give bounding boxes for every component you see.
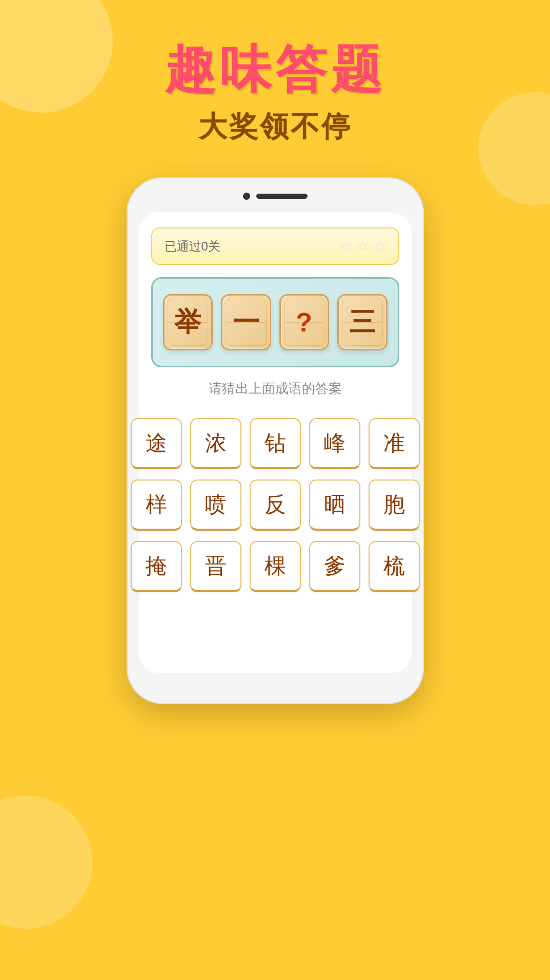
answer-grid: 途 浓 钻 峰 准 样 喷 反 晒 胞 掩 晋 棵 爹 [151,418,399,592]
answer-tile-2-2[interactable]: 棵 [250,541,301,592]
answer-tile-2-1[interactable]: 晋 [190,541,241,592]
progress-text: 已通过0关 [165,238,220,255]
puzzle-tile-0: 举 [163,294,213,350]
phone-content: 已通过0关 ☆ ☆ ☆ 举 一 ? 三 请猜出上面成语的答案 途 [139,212,412,673]
answer-tile-0-1[interactable]: 浓 [190,418,241,469]
star-3: ☆ [373,238,386,255]
answer-tile-0-0[interactable]: 途 [131,418,182,469]
stars-container: ☆ ☆ ☆ [339,238,386,255]
answer-tile-0-3[interactable]: 峰 [309,418,360,469]
answer-tile-2-3[interactable]: 爹 [309,541,360,592]
phone-camera [243,193,250,200]
answer-tile-1-0[interactable]: 样 [131,479,182,531]
answer-tile-0-2[interactable]: 钻 [250,418,301,469]
answer-tile-1-4[interactable]: 胞 [369,479,420,531]
bg-circle-bottom-left [0,796,92,929]
progress-bar: 已通过0关 ☆ ☆ ☆ [151,227,399,265]
phone-mockup: 已通过0关 ☆ ☆ ☆ 举 一 ? 三 请猜出上面成语的答案 途 [127,177,424,704]
answer-tile-0-4[interactable]: 准 [369,418,420,469]
answer-tile-2-0[interactable]: 掩 [131,541,182,592]
instruction-text: 请猜出上面成语的答案 [151,380,399,398]
answer-tile-2-4[interactable]: 梳 [369,541,420,592]
sub-title: 大奖领不停 [0,108,550,147]
phone-speaker [256,194,308,199]
puzzle-area: 举 一 ? 三 [151,277,399,367]
star-1: ☆ [339,238,352,255]
answer-row-0: 途 浓 钻 峰 准 [131,418,420,469]
phone-wrapper: 已通过0关 ☆ ☆ ☆ 举 一 ? 三 请猜出上面成语的答案 途 [0,177,550,704]
star-2: ☆ [356,238,369,255]
puzzle-tile-3: 三 [337,294,388,350]
answer-row-1: 样 喷 反 晒 胞 [131,479,420,531]
puzzle-tile-2: ? [279,294,330,350]
answer-tile-1-1[interactable]: 喷 [190,479,241,531]
answer-tile-1-3[interactable]: 晒 [309,479,360,531]
puzzle-tile-1: 一 [221,294,271,350]
phone-top [139,193,412,200]
answer-row-2: 掩 晋 棵 爹 梳 [131,541,420,592]
answer-tile-1-2[interactable]: 反 [250,479,301,531]
